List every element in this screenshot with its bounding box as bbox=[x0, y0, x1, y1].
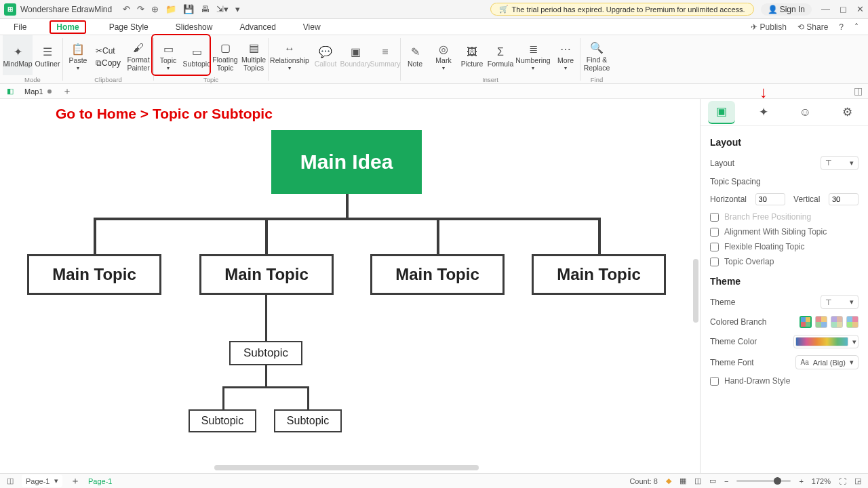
vertical-input[interactable] bbox=[829, 193, 859, 205]
topic-overlap-checkbox[interactable] bbox=[710, 258, 719, 266]
horizontal-input[interactable] bbox=[755, 193, 785, 205]
multiple-icon: ▤ bbox=[249, 41, 259, 55]
search-icon: 🔍 bbox=[590, 41, 604, 55]
topic-spacing-label: Topic Spacing bbox=[710, 177, 859, 186]
numbering-button[interactable]: ≣Numbering▾ bbox=[515, 35, 551, 75]
open-icon[interactable]: 📁 bbox=[165, 4, 176, 14]
theme-select[interactable]: ⊤▾ bbox=[821, 295, 859, 309]
page-select[interactable]: Page-1 ▾ bbox=[22, 474, 62, 487]
floating-topic-button[interactable]: ▢Floating Topic bbox=[211, 35, 239, 75]
add-tab-button[interactable]: ＋ bbox=[62, 85, 72, 98]
zoom-out-button[interactable]: − bbox=[724, 477, 728, 485]
menu-slideshow[interactable]: Slideshow bbox=[172, 21, 217, 33]
colored-branch-swatches[interactable] bbox=[800, 316, 859, 328]
cut-button[interactable]: ✂Cut bbox=[96, 46, 121, 56]
formula-button[interactable]: ΣFormula bbox=[486, 35, 515, 75]
subtopic-button[interactable]: ▭Subtopic bbox=[182, 35, 211, 75]
redo-icon[interactable]: ↷ bbox=[137, 4, 144, 14]
help-icon[interactable]: ? bbox=[839, 22, 844, 32]
flex-float-checkbox[interactable] bbox=[710, 243, 719, 251]
zoom-slider[interactable] bbox=[736, 480, 791, 482]
zoom-in-button[interactable]: + bbox=[799, 477, 803, 485]
theme-label: Theme bbox=[710, 298, 735, 307]
align-sibling-checkbox[interactable] bbox=[710, 228, 719, 237]
view-grid-icon[interactable]: ▦ bbox=[679, 476, 686, 485]
numbering-icon: ≣ bbox=[529, 42, 538, 56]
save-icon[interactable]: 💾 bbox=[183, 4, 194, 14]
node-main-topic-3[interactable]: Main Topic bbox=[370, 254, 505, 295]
node-main-topic-2[interactable]: Main Topic bbox=[199, 254, 334, 295]
view-reading-icon[interactable]: ◫ bbox=[694, 476, 701, 485]
layout-select[interactable]: ⊤▾ bbox=[821, 156, 859, 170]
mark-button[interactable]: ◎Mark▾ bbox=[429, 35, 458, 75]
note-button[interactable]: ✎Note bbox=[401, 35, 429, 75]
panel-tab-style[interactable]: ✦ bbox=[750, 101, 777, 124]
copy-button[interactable]: ⧉Copy bbox=[96, 58, 121, 68]
new-icon[interactable]: ⊕ bbox=[151, 4, 159, 14]
v-scrollbar[interactable] bbox=[693, 259, 698, 323]
multiple-topics-button[interactable]: ▤Multiple Topics bbox=[239, 35, 268, 75]
paste-button[interactable]: 📋Paste▾ bbox=[63, 35, 93, 75]
color-strip bbox=[795, 337, 848, 346]
node-subtopic-2[interactable]: Subtopic bbox=[189, 409, 256, 432]
node-subtopic-3[interactable]: Subtopic bbox=[274, 409, 342, 432]
format-painter-button[interactable]: 🖌Format Painter bbox=[123, 35, 153, 75]
node-main-topic-4[interactable]: Main Topic bbox=[532, 254, 666, 295]
menu-advanced[interactable]: Advanced bbox=[235, 21, 279, 33]
signin-button[interactable]: 👤 Sign In bbox=[761, 3, 812, 16]
mindmap-button[interactable]: ✦MindMap bbox=[3, 35, 33, 75]
more-qat-icon[interactable]: ▾ bbox=[235, 4, 240, 14]
relationship-icon: ↔ bbox=[284, 42, 295, 56]
panel-toggle-icon[interactable]: ◫ bbox=[854, 85, 863, 96]
chevron-down-icon: ▾ bbox=[54, 476, 58, 485]
panel-tab-settings[interactable]: ⚙ bbox=[833, 101, 861, 124]
user-icon: 👤 bbox=[768, 5, 778, 14]
tab-map1[interactable]: Map1 bbox=[20, 87, 56, 96]
trial-banner[interactable]: 🛒 The trial period has expired. Upgrade … bbox=[490, 3, 753, 16]
find-replace-button[interactable]: 🔍Find & Replace bbox=[580, 35, 613, 75]
tab-modified-icon bbox=[47, 89, 52, 94]
hand-drawn-checkbox[interactable] bbox=[710, 377, 719, 386]
fit-icon[interactable]: ⛶ bbox=[839, 477, 846, 485]
note-icon: ✎ bbox=[411, 45, 420, 59]
fullscreen-icon[interactable]: ◲ bbox=[854, 476, 861, 485]
theme-font-label: Theme Font bbox=[710, 358, 754, 367]
panel-tab-layout[interactable]: ▣ bbox=[708, 101, 735, 124]
add-page-button[interactable]: ＋ bbox=[71, 475, 80, 487]
summary-icon: ≡ bbox=[382, 45, 388, 59]
theme-font-select[interactable]: AaArial (Big)▾ bbox=[795, 355, 859, 369]
theme-color-select[interactable]: ▾ bbox=[793, 335, 859, 348]
node-subtopic-1[interactable]: Subtopic bbox=[229, 341, 302, 365]
menu-home[interactable]: Home bbox=[50, 20, 85, 34]
menu-file[interactable]: File bbox=[9, 21, 31, 33]
boundary-button[interactable]: ▣Boundary bbox=[340, 35, 370, 75]
summary-button[interactable]: ≡Summary bbox=[370, 35, 400, 75]
minimize-icon[interactable]: — bbox=[821, 4, 830, 14]
view-page-icon[interactable]: ▭ bbox=[709, 476, 716, 485]
undo-icon[interactable]: ↶ bbox=[123, 4, 130, 14]
callout-button[interactable]: 💬Callout bbox=[311, 35, 340, 75]
picture-button[interactable]: 🖼Picture bbox=[458, 35, 486, 75]
h-scrollbar[interactable] bbox=[214, 465, 479, 470]
node-main-topic-1[interactable]: Main Topic bbox=[27, 254, 161, 295]
print-icon[interactable]: 🖶 bbox=[201, 4, 210, 14]
collapse-ribbon-icon[interactable]: ˄ bbox=[854, 22, 859, 32]
node-main-idea[interactable]: Main Idea bbox=[271, 130, 422, 194]
relationship-button[interactable]: ↔Relationship▾ bbox=[269, 35, 311, 75]
export-icon[interactable]: ⇲▾ bbox=[216, 4, 229, 14]
publish-button[interactable]: ✈ Publish bbox=[751, 22, 787, 32]
menu-view[interactable]: View bbox=[299, 21, 325, 33]
close-icon[interactable]: ✕ bbox=[856, 4, 864, 14]
theme-color-label: Theme Color bbox=[710, 337, 757, 346]
pages-icon[interactable]: ◫ bbox=[7, 476, 14, 485]
branch-free-checkbox[interactable] bbox=[710, 213, 719, 222]
zoom-value[interactable]: 172% bbox=[812, 477, 831, 485]
page-tab[interactable]: Page-1 bbox=[88, 477, 112, 485]
more-insert-button[interactable]: ⋯More▾ bbox=[551, 35, 580, 75]
menu-pagestyle[interactable]: Page Style bbox=[105, 21, 153, 33]
outliner-button[interactable]: ☰Outliner bbox=[33, 35, 62, 75]
topic-button[interactable]: ▭Topic▾ bbox=[154, 35, 182, 75]
share-button[interactable]: ⟲ Share bbox=[797, 22, 828, 32]
panel-tab-icon[interactable]: ☺ bbox=[791, 101, 818, 124]
maximize-icon[interactable]: ◻ bbox=[840, 4, 847, 14]
